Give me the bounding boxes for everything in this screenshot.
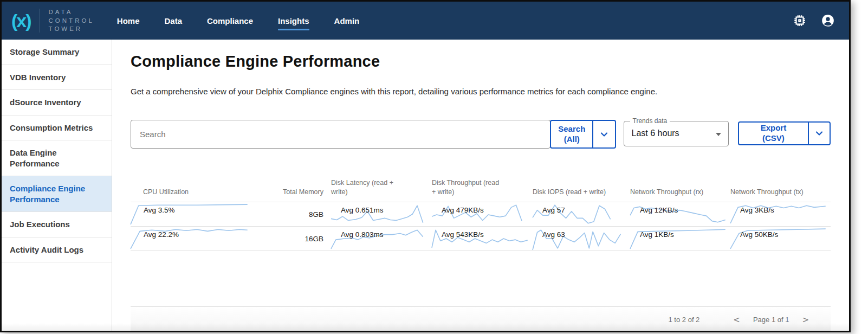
main-content: Compliance Engine Performance Get a comp… (112, 40, 851, 332)
col-header-cpu: CPU Utilization (131, 188, 270, 197)
nav-item-home[interactable]: Home (117, 16, 140, 25)
sidebar-item-storage-summary[interactable]: Storage Summary (2, 40, 112, 65)
export-csv-button[interactable]: Export (CSV) (738, 121, 831, 145)
nav-item-admin[interactable]: Admin (334, 16, 360, 25)
cell-disk-latency: Avg 0.803ms (331, 227, 432, 251)
chevron-down-icon (600, 130, 608, 139)
search-all-label[interactable]: Search(All) (551, 121, 592, 147)
disk-throughput-avg-value: Avg 479KB/s (442, 206, 484, 214)
page-description: Get a comprehensive view of your Delphix… (131, 87, 831, 96)
cell-disk-throughput: Avg 479KB/s (432, 202, 533, 227)
col-header-disk-latency: Disk Latency (read + write) (331, 178, 403, 197)
trends-data-label: Trends data (630, 117, 670, 125)
table-header-row: CPU Utilization Total Memory Disk Latenc… (131, 178, 831, 202)
cell-cpu: Avg 22.2% (131, 227, 270, 251)
sidebar-item-vdb-inventory[interactable]: VDB Inventory (2, 65, 112, 91)
app-window: (x) DATA CONTROL TOWER Home Data Complia… (0, 0, 851, 332)
cell-cpu: Avg 3.5% (131, 202, 270, 227)
cell-total-memory: 8GB (270, 202, 331, 227)
disk-iops-avg-value: Avg 57 (542, 206, 565, 214)
top-navbar: (x) DATA CONTROL TOWER Home Data Complia… (2, 2, 849, 40)
cell-disk-latency: Avg 0.651ms (331, 202, 432, 227)
pagination-bar: 1 to 2 of 2 < Page 1 of 1 > (131, 307, 831, 332)
toolbar: Search(All) Trends data Last 6 hours Exp… (131, 120, 831, 149)
performance-table: CPU Utilization Total Memory Disk Latenc… (131, 178, 831, 251)
nav-item-compliance[interactable]: Compliance (207, 16, 253, 25)
disk-iops-avg-value: Avg 63 (542, 230, 565, 239)
search-input[interactable] (131, 120, 550, 149)
net-rx-avg-value: Avg 12KB/s (640, 206, 678, 214)
col-header-memory: Total Memory (270, 188, 331, 197)
cell-net-rx: Avg 12KB/s (630, 202, 730, 227)
chevron-down-icon (815, 129, 824, 138)
next-page-icon[interactable]: > (800, 315, 811, 325)
page-count-label: Page 1 of 1 (753, 316, 789, 324)
sidebar-item-consumption-metrics[interactable]: Consumption Metrics (2, 115, 112, 141)
select-arrow-icon (716, 133, 721, 136)
brand-name: DATA CONTROL TOWER (49, 8, 94, 33)
col-header-disk-throughput: Disk Throughput (read + write) (432, 178, 503, 197)
brand-line-2: CONTROL (49, 17, 94, 24)
col-header-net-rx: Network Throughput (rx) (630, 188, 730, 197)
cpu-avg-value: Avg 22.2% (144, 230, 179, 239)
search-options-dropdown[interactable] (592, 121, 614, 147)
brand-line-1: DATA (49, 8, 94, 16)
cpu-avg-value: Avg 3.5% (144, 206, 175, 214)
nav-item-insights[interactable]: Insights (278, 16, 309, 25)
page-title: Compliance Engine Performance (131, 53, 831, 70)
sidebar-item-dsource-inventory[interactable]: dSource Inventory (2, 90, 112, 115)
delphix-logo-icon: (x) (11, 11, 31, 30)
chip-icon[interactable] (793, 14, 807, 28)
col-header-disk-iops: Disk IOPS (read + write) (533, 188, 630, 197)
col-header-net-tx: Network Throughput (tx) (730, 188, 831, 197)
row-range-label: 1 to 2 of 2 (669, 316, 700, 324)
disk-latency-avg-value: Avg 0.803ms (341, 230, 384, 239)
cell-net-tx: Avg 50KB/s (730, 227, 831, 251)
search-all-button[interactable]: Search(All) (550, 120, 616, 149)
prev-page-icon[interactable]: < (731, 315, 742, 325)
cell-disk-throughput: Avg 543KB/s (432, 227, 533, 251)
sidebar-item-compliance-engine-performance[interactable]: Compliance Engine Performance (2, 176, 112, 212)
trends-data-select[interactable]: Trends data Last 6 hours (624, 121, 729, 146)
brand-divider (40, 9, 40, 33)
cell-total-memory: 16GB (270, 227, 331, 251)
net-tx-avg-value: Avg 50KB/s (740, 230, 778, 239)
table-row[interactable]: Avg 22.2% 16GB Avg 0.803ms Avg 543KB/s A… (131, 227, 831, 251)
cell-net-tx: Avg 3KB/s (730, 202, 831, 227)
net-tx-avg-value: Avg 3KB/s (740, 206, 774, 214)
export-options-dropdown[interactable] (808, 123, 830, 144)
nav-item-data[interactable]: Data (164, 16, 182, 25)
sidebar-item-job-executions[interactable]: Job Executions (2, 212, 112, 237)
sidebar-item-activity-audit-logs[interactable]: Activity Audit Logs (2, 237, 112, 263)
brand-logo: (x) DATA CONTROL TOWER (11, 8, 94, 33)
table-row[interactable]: Avg 3.5% 8GB Avg 0.651ms Avg 479KB/s Avg… (131, 202, 831, 227)
primary-nav: Home Data Compliance Insights Admin (117, 16, 359, 25)
cell-net-rx: Avg 1KB/s (630, 227, 730, 251)
disk-latency-avg-value: Avg 0.651ms (341, 206, 384, 214)
sidebar-item-data-engine-performance[interactable]: Data Engine Performance (2, 140, 112, 176)
net-rx-avg-value: Avg 1KB/s (640, 230, 674, 239)
report-sidebar: Storage Summary VDB Inventory dSource In… (2, 40, 112, 332)
cell-disk-iops: Avg 57 (533, 202, 630, 227)
brand-line-3: TOWER (49, 25, 94, 33)
navbar-actions (793, 14, 835, 28)
disk-throughput-avg-value: Avg 543KB/s (442, 230, 484, 239)
account-icon[interactable] (821, 14, 835, 28)
export-csv-label[interactable]: Export (CSV) (739, 123, 808, 144)
cell-disk-iops: Avg 63 (533, 227, 630, 251)
